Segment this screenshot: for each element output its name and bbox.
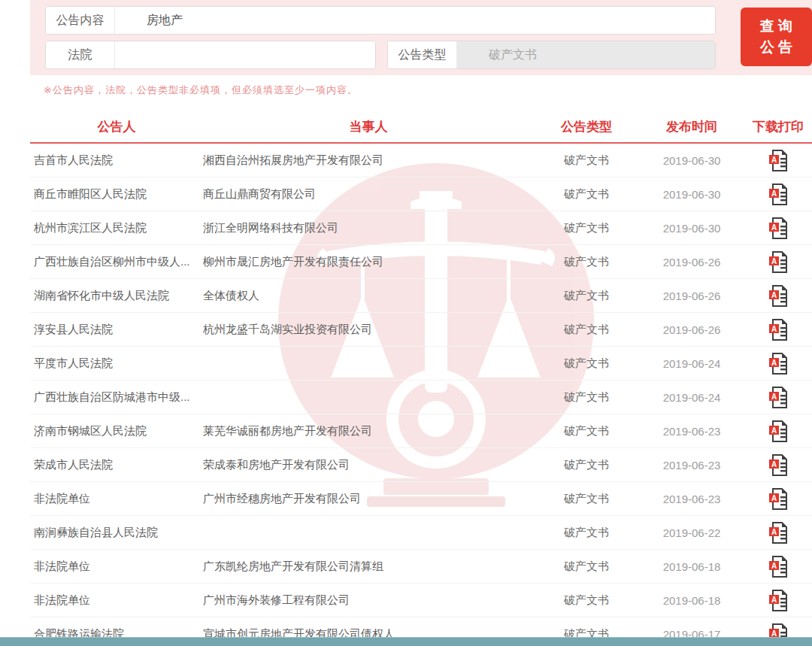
header-party: 当事人 [203,118,534,135]
table-row: 南涧彝族自治县人民法院 破产文书 2019-06-22 A [30,516,812,550]
row-court: 淳安县人民法院 [30,323,203,337]
row-type: 破产文书 [534,153,639,168]
row-date: 2019-06-30 [639,154,744,167]
pdf-download-icon[interactable]: A [768,250,789,274]
svg-text:A: A [771,291,776,299]
pdf-download-icon[interactable]: A [768,318,789,341]
svg-text:A: A [771,426,776,435]
svg-text:A: A [771,190,776,198]
row-type: 破产文书 [534,424,639,438]
table-row: 杭州市滨江区人民法院 浙江全明网络科技有限公司 破产文书 2019-06-30 … [30,211,812,245]
row-court: 非法院单位 [30,560,203,574]
type-field-group: 公告类型 [387,41,716,69]
query-button-line2: 公告 [756,37,796,58]
pdf-download-icon[interactable]: A [768,453,789,477]
table-row: 淳安县人民法院 杭州龙盛千岛湖实业投资有限公司 破产文书 2019-06-26 … [30,313,812,347]
pdf-download-icon[interactable]: A [768,487,789,511]
pdf-download-icon[interactable]: A [768,420,789,443]
pdf-download-icon[interactable]: A [768,521,789,544]
row-date: 2019-06-26 [639,323,744,336]
row-download-cell: A [744,250,812,274]
row-party: 杭州龙盛千岛湖实业投资有限公司 [203,323,534,337]
row-party: 湘西自治州拓展房地产开发有限公司 [203,153,534,168]
table-row: 非法院单位 广州市经穗房地产开发有限公司 破产文书 2019-06-23 A [30,482,812,516]
court-input[interactable] [115,41,375,68]
row-court: 商丘市睢阳区人民法院 [30,187,203,202]
table-row: 济南市钢城区人民法院 莱芜华诚丽都房地产开发有限公司 破产文书 2019-06-… [30,414,812,448]
row-type: 破产文书 [534,255,639,269]
pdf-download-icon[interactable]: A [768,555,789,578]
svg-text:A: A [771,528,776,536]
svg-text:A: A [771,359,776,367]
row-court: 济南市钢城区人民法院 [30,424,203,438]
row-type: 破产文书 [534,289,639,303]
row-date: 2019-06-26 [639,290,744,302]
row-download-cell: A [744,589,812,612]
court-field-group: 法院 [45,41,376,69]
svg-text:A: A [771,460,776,469]
table-row: 荣成市人民法院 荣成泰和房地产开发有限公司 破产文书 2019-06-23 A [30,448,812,482]
row-party: 柳州市晟汇房地产开发有限责任公司 [203,255,534,269]
table-row: 非法院单位 广州市海外装修工程有限公司 破产文书 2019-06-18 A [30,584,812,617]
row-party: 浙江全明网络科技有限公司 [203,221,534,235]
row-date: 2019-06-18 [639,560,744,573]
row-court: 南涧彝族自治县人民法院 [30,526,203,540]
row-type: 破产文书 [534,356,639,371]
search-panel: 公告内容 法院 公告类型 查询 公告 [30,0,812,75]
table-row: 广西壮族自治区柳州市中级人... 柳州市晟汇房地产开发有限责任公司 破产文书 2… [30,245,812,279]
announcement-content-input[interactable] [115,7,715,34]
row-download-cell: A [744,453,812,477]
table-row: 非法院单位 广东凯纶房地产开发有限公司清算组 破产文书 2019-06-18 A [30,550,812,584]
row-download-cell: A [744,284,812,308]
pdf-download-icon[interactable]: A [768,149,789,172]
pdf-download-icon[interactable]: A [768,217,789,240]
row-download-cell: A [744,183,812,206]
row-date: 2019-06-22 [639,526,744,539]
announcement-type-input[interactable] [457,41,715,68]
row-party: 广东凯纶房地产开发有限公司清算组 [203,560,534,574]
row-download-cell: A [744,420,812,443]
row-download-cell: A [744,352,812,375]
row-date: 2019-06-18 [639,594,744,607]
court-field-label: 法院 [46,41,115,68]
row-download-cell: A [744,386,812,409]
bottom-bar [0,637,812,646]
row-court: 广西壮族自治区防城港市中级... [30,390,203,405]
row-type: 破产文书 [534,187,639,202]
row-type: 破产文书 [534,492,639,506]
query-announcement-button[interactable]: 查询 公告 [741,8,812,66]
row-type: 破产文书 [534,323,639,337]
svg-text:A: A [771,562,776,570]
row-date: 2019-06-26 [639,256,744,268]
row-party: 广州市经穗房地产开发有限公司 [203,492,534,506]
row-court: 非法院单位 [30,593,203,608]
row-party: 广州市海外装修工程有限公司 [203,593,534,608]
row-party: 商丘山鼎商贸有限公司 [203,187,534,202]
row-download-cell: A [744,521,812,544]
row-type: 破产文书 [534,221,639,235]
row-download-cell: A [744,318,812,341]
svg-text:A: A [771,223,776,232]
row-date: 2019-06-30 [639,188,744,201]
pdf-download-icon[interactable]: A [768,183,789,206]
row-download-cell: A [744,149,812,172]
required-fields-note: ※公告内容，法院，公告类型非必填项，但必须填选至少一项内容。 [44,83,358,97]
pdf-download-icon[interactable]: A [768,386,789,409]
row-type: 破产文书 [534,390,639,405]
svg-text:A: A [771,156,776,164]
content-field-label: 公告内容 [46,7,115,34]
row-type: 破产文书 [534,560,639,574]
row-date: 2019-06-24 [639,391,744,404]
row-party: 荣成泰和房地产开发有限公司 [203,458,534,472]
row-court: 平度市人民法院 [30,356,203,371]
pdf-download-icon[interactable]: A [768,352,789,375]
content-field-group: 公告内容 [45,6,716,35]
pdf-download-icon[interactable]: A [768,284,789,308]
table-row: 吉首市人民法院 湘西自治州拓展房地产开发有限公司 破产文书 2019-06-30… [30,144,812,177]
table-row: 平度市人民法院 破产文书 2019-06-24 A [30,347,812,381]
query-button-line1: 查询 [756,16,796,37]
pdf-download-icon[interactable]: A [768,589,789,612]
row-download-cell: A [744,487,812,511]
header-download: 下载打印 [744,118,812,135]
row-party: 莱芜华诚丽都房地产开发有限公司 [203,424,534,438]
